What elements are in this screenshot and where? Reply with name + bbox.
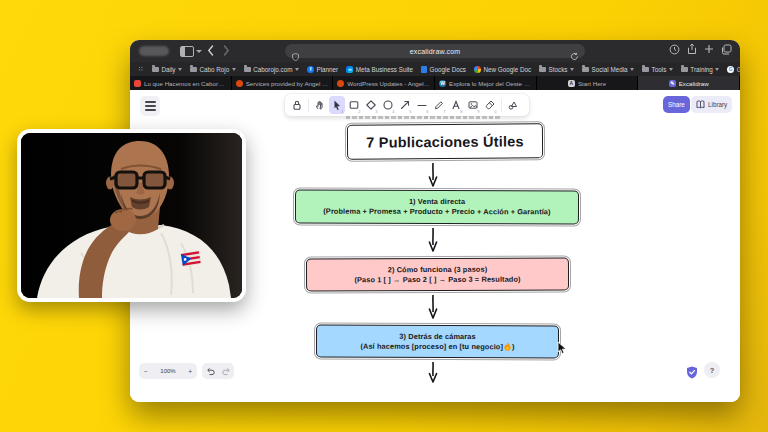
reload-icon[interactable] xyxy=(570,47,579,65)
google-icon: G xyxy=(727,66,734,73)
text-tool[interactable]: 8 xyxy=(448,96,464,114)
step-title: 2) Cómo funciona (3 pasos) xyxy=(388,265,488,275)
encryption-shield-icon xyxy=(686,366,698,379)
tab-strip: Lo que Hacemos en Caborojo.com -... Serv… xyxy=(130,76,740,90)
down-arrow[interactable] xyxy=(427,294,439,320)
arrow-tool[interactable]: 5 xyxy=(397,96,413,114)
zoom-in-button[interactable]: + xyxy=(188,368,192,375)
lock-tool[interactable] xyxy=(289,96,305,114)
redo-icon[interactable] xyxy=(222,367,231,376)
menu-button[interactable] xyxy=(140,96,160,116)
back-button[interactable] xyxy=(207,44,214,57)
folder-icon xyxy=(582,67,589,72)
chevron-down-icon xyxy=(630,68,634,71)
draw-tool[interactable]: 7 xyxy=(431,96,447,114)
bookmark-planner[interactable]: fPlanner xyxy=(307,66,338,73)
down-arrow[interactable] xyxy=(427,162,439,188)
chevron-down-icon[interactable] xyxy=(196,50,202,53)
tab-favicon xyxy=(134,80,141,87)
facebook-icon: f xyxy=(307,66,314,73)
tab-overview-icon[interactable] xyxy=(721,44,732,55)
folder-icon xyxy=(152,67,159,72)
flowchart-title: 7 Publicaciones Útiles xyxy=(366,133,524,150)
flowchart-step-1[interactable]: 1) Venta directa (Problema + Promesa + P… xyxy=(295,190,579,225)
share-icon[interactable] xyxy=(687,43,697,55)
bookmark-caborojo-com[interactable]: Caborojo.com xyxy=(244,66,299,73)
history-control xyxy=(202,363,234,379)
illegible-small-text xyxy=(346,116,502,119)
help-button[interactable]: ? xyxy=(704,362,720,378)
chevron-down-icon xyxy=(232,68,236,71)
flowchart-title-box[interactable]: 7 Publicaciones Útiles xyxy=(347,123,543,159)
bookmark-google-docs[interactable]: Google Docs xyxy=(421,66,466,73)
chevron-down-icon xyxy=(715,68,719,71)
url-text: excalidraw.com xyxy=(285,44,585,58)
bookmark-social-media[interactable]: Social Media xyxy=(582,66,634,73)
diamond-tool[interactable]: 3 xyxy=(363,96,379,114)
tab-favicon xyxy=(337,80,344,87)
image-tool[interactable]: 9 xyxy=(465,96,481,114)
share-button[interactable]: Share xyxy=(663,96,690,113)
step-detail: (Así hacemos [proceso] en [tu negocio] xyxy=(360,341,503,351)
selection-tool[interactable]: 1 xyxy=(329,96,345,114)
bookmark-tools[interactable]: Tools xyxy=(642,66,673,73)
flowchart-step-3[interactable]: 3) Detrás de cámaras (Así hacemos [proce… xyxy=(316,325,559,359)
down-arrow[interactable] xyxy=(427,361,439,384)
tab-wordpress-updates[interactable]: WordPress Updates - Angel Anders... xyxy=(333,76,435,90)
bookmark-training[interactable]: Training xyxy=(681,66,720,73)
address-bar[interactable]: excalidraw.com xyxy=(285,44,585,58)
window-controls-blurred[interactable] xyxy=(139,46,169,56)
divider xyxy=(501,99,502,112)
apps-grid-icon[interactable] xyxy=(138,66,144,72)
bookmark-stocks[interactable]: Stocks xyxy=(539,66,574,73)
chevron-down-icon xyxy=(669,68,673,71)
ellipse-tool[interactable]: 4 xyxy=(380,96,396,114)
bookmark-new-google-doc[interactable]: New Google Doc xyxy=(474,66,531,73)
hand-tool[interactable] xyxy=(312,96,328,114)
new-doc-icon xyxy=(474,66,481,73)
folder-icon xyxy=(681,67,688,72)
tab-explora[interactable]: WExplora lo Mejor del Oeste de Puert... xyxy=(435,76,537,90)
step-detail: (Problema + Promesa + Producto + Precio … xyxy=(323,207,550,217)
step-detail: (Paso 1 [ ] → Paso 2 [ ] → Paso 3 = Resu… xyxy=(354,274,520,284)
meta-icon: ∞ xyxy=(346,66,353,73)
tab-favicon: A xyxy=(568,80,575,87)
new-tab-icon[interactable] xyxy=(704,44,714,54)
zoom-out-button[interactable]: − xyxy=(144,368,148,375)
shapes-tool[interactable] xyxy=(505,96,521,114)
eraser-tool[interactable]: 0 xyxy=(482,96,498,114)
bookmark-google[interactable]: GGoogle xyxy=(727,66,740,73)
bookmark-daily[interactable]: Daily xyxy=(152,66,182,73)
sidebar-toggle-icon[interactable] xyxy=(180,46,194,57)
step-title: 3) Detrás de cámaras xyxy=(399,332,475,342)
bookmark-cabo-rojo[interactable]: Cabo Rojo xyxy=(190,66,236,73)
wordpress-icon: W xyxy=(439,80,446,87)
chevron-down-icon xyxy=(295,68,299,71)
divider xyxy=(308,99,309,112)
fire-icon xyxy=(504,342,511,351)
bookmark-meta-business-suite[interactable]: ∞Meta Business Suite xyxy=(346,66,413,73)
flowchart-step-2[interactable]: 2) Cómo funciona (3 pasos) (Paso 1 [ ] →… xyxy=(306,257,569,291)
chevron-down-icon xyxy=(570,68,574,71)
presenter-photo xyxy=(21,133,242,298)
rectangle-tool[interactable]: 2 xyxy=(346,96,362,114)
down-arrow[interactable] xyxy=(427,227,439,253)
browser-toolbar: excalidraw.com xyxy=(130,40,740,62)
forward-button[interactable] xyxy=(223,44,230,57)
folder-icon xyxy=(642,67,649,72)
tab-start-here[interactable]: AStart Here xyxy=(537,76,639,90)
undo-icon[interactable] xyxy=(206,367,215,376)
tool-island: 1 2 3 4 5 6 7 xyxy=(285,94,529,116)
tab-excalidraw[interactable]: ✎Excalidraw xyxy=(638,76,740,90)
tab-services[interactable]: Services provided by Angel Anderson xyxy=(232,76,334,90)
zoom-control: − 100% + xyxy=(139,363,197,379)
zoom-level[interactable]: 100% xyxy=(160,368,175,374)
chevron-down-icon xyxy=(178,68,182,71)
book-icon xyxy=(696,100,705,109)
line-tool[interactable]: 6 xyxy=(414,96,430,114)
clock-icon[interactable] xyxy=(669,44,680,55)
excalidraw-icon: ✎ xyxy=(669,80,676,87)
library-button[interactable]: Library xyxy=(691,96,732,113)
tab-lo-que-hacemos[interactable]: Lo que Hacemos en Caborojo.com -... xyxy=(130,76,232,90)
folder-icon xyxy=(190,67,197,72)
